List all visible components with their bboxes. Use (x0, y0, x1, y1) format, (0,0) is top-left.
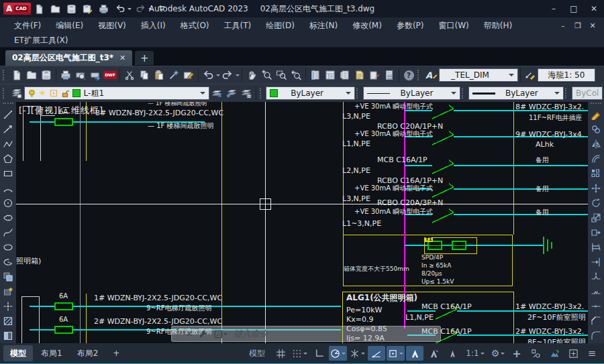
hatch-button[interactable] (1, 314, 15, 328)
annotation-visibility-toggle[interactable] (406, 346, 423, 361)
toolbar-grip[interactable] (3, 88, 7, 99)
add-layout-button[interactable]: + (106, 345, 126, 361)
close-button[interactable]: ✕ (584, 1, 604, 17)
menu-modify[interactable]: 修改(M) (345, 17, 389, 34)
doc-minimize-button[interactable]: – (556, 19, 570, 32)
paste-button[interactable] (152, 68, 166, 82)
layer-states-button[interactable] (239, 86, 254, 101)
menu-help[interactable]: 帮助(H) (476, 17, 519, 34)
workspace-caret-icon[interactable] (501, 353, 505, 357)
text-style-button[interactable]: A (424, 68, 439, 82)
open-button[interactable] (24, 68, 39, 82)
toolbar-grip[interactable] (260, 88, 264, 99)
command-line-bar[interactable]: ✕ 键入命令 (171, 326, 441, 342)
customization-menu-button[interactable]: ≡ (583, 346, 601, 361)
doc-close-button[interactable]: ✕ (585, 19, 600, 32)
scale-button[interactable] (589, 210, 603, 225)
menu-dimension[interactable]: 标注(N) (302, 17, 345, 34)
menu-draw[interactable]: 绘图(D) (258, 17, 302, 34)
plot-preview-button[interactable] (73, 68, 88, 82)
scale-box-field[interactable]: 海龍1: 50 (538, 68, 595, 82)
line-button[interactable] (1, 107, 15, 122)
qat-undo-button[interactable] (113, 2, 128, 15)
layer-dropdown[interactable]: ☀ L-粗1 (24, 86, 209, 100)
break-at-point-button[interactable] (589, 269, 603, 284)
menu-view[interactable]: 视图(V) (91, 17, 134, 34)
rectangle-button[interactable] (1, 166, 15, 181)
tab-close-icon[interactable]: ✕ (119, 54, 125, 62)
point-button[interactable] (1, 299, 15, 314)
snap-caret-icon[interactable] (303, 353, 307, 357)
isodraft-caret-icon[interactable] (361, 353, 365, 357)
zoom-previous-button[interactable] (289, 68, 303, 82)
pan-button[interactable] (244, 68, 259, 82)
dim-style-dropdown[interactable]: _TEL_DIM (439, 68, 518, 82)
rotate-button[interactable] (589, 196, 603, 210)
linetype-dropdown[interactable]: ByLayer (363, 86, 461, 100)
match-properties-button[interactable] (166, 68, 181, 82)
plot-button[interactable] (58, 68, 73, 82)
menu-file[interactable]: 文件(F) (7, 17, 48, 34)
qat-open-button[interactable] (48, 2, 63, 15)
tab-layout2[interactable]: 布局2 (70, 345, 105, 361)
array-button[interactable] (589, 166, 603, 181)
join-button[interactable] (589, 299, 603, 314)
clean-screen-button[interactable] (564, 346, 582, 361)
tab-layout1[interactable]: 布局1 (34, 345, 69, 361)
menu-parametric[interactable]: 参数(P) (389, 17, 432, 34)
markup-button[interactable] (367, 68, 382, 82)
save-button[interactable] (39, 68, 54, 82)
arc-button[interactable] (1, 181, 15, 196)
redo-dropdown-caret[interactable] (148, 8, 152, 12)
copy-button[interactable] (589, 122, 603, 137)
object-snap-toggle[interactable] (387, 346, 405, 361)
circle-button[interactable] (1, 196, 15, 210)
menu-insert[interactable]: 插入(I) (134, 17, 173, 34)
new-tab-button[interactable]: + (135, 51, 154, 65)
insert-block-button[interactable] (1, 269, 15, 284)
redo-history-caret[interactable] (236, 74, 240, 78)
polygon-button[interactable] (1, 151, 15, 166)
scale-caret-icon[interactable] (481, 353, 485, 357)
ellipse-button[interactable] (1, 240, 15, 255)
tool-palettes-button[interactable] (338, 68, 352, 82)
ortho-toggle[interactable] (310, 346, 328, 361)
qat-saveas-button[interactable] (81, 2, 95, 15)
break-button[interactable] (589, 284, 603, 299)
model-space-toggle[interactable]: 模型 (244, 346, 270, 361)
move-button[interactable] (589, 181, 603, 196)
publish-button[interactable] (88, 68, 103, 82)
minimize-button[interactable]: – (544, 1, 564, 17)
fillet-button[interactable] (589, 328, 603, 343)
redo-button[interactable] (220, 68, 235, 82)
chamfer-button[interactable] (589, 314, 603, 328)
object-snap-tracking-toggle[interactable] (368, 346, 385, 361)
annotation-scale-indicator[interactable] (444, 346, 461, 361)
offset-button[interactable] (589, 151, 603, 166)
construction-line-button[interactable] (1, 122, 15, 137)
command-input[interactable]: 键入命令 (234, 328, 268, 340)
menu-format[interactable]: 格式(O) (173, 17, 217, 34)
toolbar-grip[interactable] (462, 88, 466, 99)
command-customize-wrench-icon[interactable] (199, 329, 208, 339)
menu-edit[interactable]: 编辑(E) (48, 17, 91, 34)
command-recent-icon[interactable] (214, 330, 228, 339)
cut-button[interactable] (122, 68, 137, 82)
polyline-button[interactable] (1, 137, 15, 151)
toolbar-grip[interactable] (3, 103, 13, 107)
edit-block-button[interactable] (181, 68, 196, 82)
autocad-logo[interactable]: A CAD (3, 3, 31, 15)
qat-customize-button[interactable] (154, 2, 169, 15)
create-block-button[interactable] (1, 284, 15, 299)
qat-plot-button[interactable] (97, 2, 111, 15)
menu-tools[interactable]: 工具(T) (217, 17, 259, 34)
menu-et-tools[interactable]: ET扩展工具(X) (7, 34, 76, 47)
designcenter-button[interactable] (323, 68, 338, 82)
mirror-button[interactable] (589, 137, 603, 151)
lineweight-dropdown[interactable]: ByLayer (468, 86, 564, 100)
revision-cloud-button[interactable] (1, 210, 15, 225)
menu-window[interactable]: 窗口(W) (432, 17, 476, 34)
sheet-set-button[interactable] (352, 68, 367, 82)
undo-button[interactable] (201, 68, 215, 82)
make-object-layer-current-button[interactable] (209, 86, 224, 101)
